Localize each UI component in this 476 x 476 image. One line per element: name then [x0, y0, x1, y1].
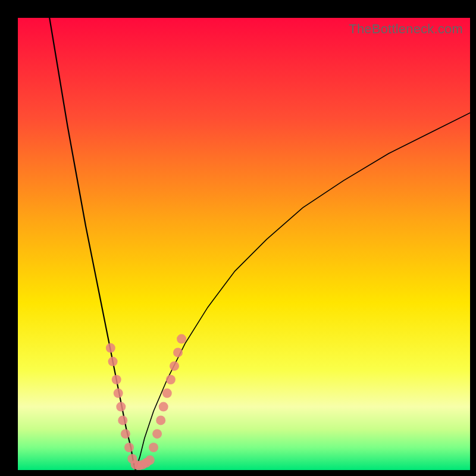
scatter-dot: [114, 389, 123, 398]
scatter-dot: [173, 347, 183, 357]
scatter-dot: [177, 334, 186, 344]
scatter-dot: [112, 375, 121, 384]
scatter-dot: [152, 429, 162, 439]
scatter-dot: [116, 402, 126, 412]
curve-layer: [18, 18, 470, 470]
chart-frame: TheBottleneck.com: [0, 0, 476, 476]
scatter-dot: [108, 357, 118, 367]
scatter-dot: [166, 375, 176, 384]
scatter-dot: [149, 443, 158, 452]
scatter-dot: [162, 389, 172, 398]
curve-right: [136, 113, 470, 470]
scatter-dot: [156, 415, 165, 425]
scatter-dot: [124, 443, 134, 452]
scatter-dot: [121, 429, 130, 439]
plot-area: TheBottleneck.com: [18, 18, 470, 470]
scatter-dot: [118, 415, 127, 425]
scatter-dot: [106, 343, 115, 353]
scatter-dot: [159, 402, 168, 412]
scatter-dots: [106, 334, 186, 470]
curve-left: [49, 18, 135, 470]
scatter-dot: [145, 455, 155, 465]
scatter-dot: [170, 361, 179, 371]
